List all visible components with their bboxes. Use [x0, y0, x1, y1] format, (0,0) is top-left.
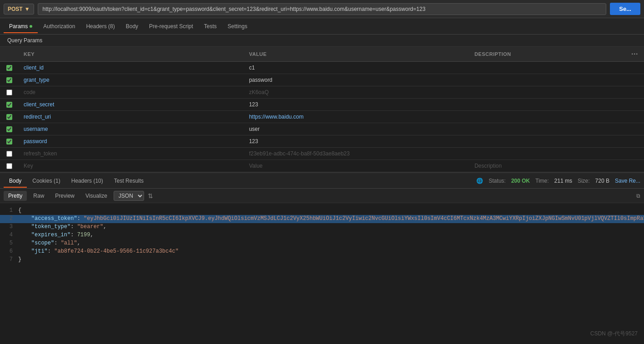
tab-headers[interactable]: Headers (8) [80, 20, 120, 33]
filter-icon[interactable]: ⇅ [148, 192, 153, 199]
save-response-button[interactable]: Save Re... [615, 178, 640, 184]
line-content: "jti": "ab8fe724-0b22-4be5-9566-11c927a3… [18, 248, 644, 254]
col-header-desc: DESCRIPTION [469, 47, 626, 62]
table-row: grant_type password [0, 74, 644, 86]
row-actions [626, 148, 644, 160]
tab-response-body[interactable]: Body [4, 174, 27, 188]
row-checkbox[interactable] [6, 139, 12, 145]
add-param-row[interactable]: Key Value Description [0, 160, 644, 172]
method-select[interactable]: POST ▼ [4, 4, 34, 15]
line-content: { [18, 207, 644, 214]
add-checkbox[interactable] [6, 163, 12, 169]
row-actions [626, 74, 644, 86]
json-format-select[interactable]: JSON XML HTML Text [114, 191, 144, 201]
tab-response-headers[interactable]: Headers (10) [66, 174, 109, 188]
row-key: grant_type [18, 74, 244, 86]
row-description [469, 86, 626, 99]
row-checkbox[interactable] [6, 65, 12, 71]
tab-body[interactable]: Body [120, 20, 144, 33]
tab-test-results[interactable]: Test Results [109, 174, 149, 188]
row-value: https://www.baidu.com [244, 111, 469, 123]
code-line: 4 "expires_in": 7199, [0, 231, 644, 239]
code-line: 2 "access_token": "eyJhbGci0iJIUzI1NiIsI… [0, 215, 644, 223]
row-checkbox[interactable] [6, 90, 12, 95]
url-input[interactable] [38, 3, 607, 15]
row-description [469, 62, 626, 74]
row-checkbox[interactable] [6, 102, 12, 108]
row-key: code [18, 86, 244, 99]
row-description [469, 111, 626, 123]
table-row: refresh_token f23eb91e-adbc-474c-ba8f-50… [0, 148, 644, 160]
copy-icon[interactable]: ⧉ [636, 193, 640, 199]
size-value: 720 B [595, 178, 609, 184]
line-content: "token_type": "bearer", [18, 224, 644, 230]
col-header-key: KEY [18, 47, 244, 62]
tab-prerequest[interactable]: Pre-request Script [144, 20, 199, 33]
table-menu-icon[interactable]: ··· [631, 50, 638, 58]
format-raw[interactable]: Raw [29, 191, 49, 201]
row-description [469, 99, 626, 111]
line-number: 3 [0, 224, 18, 230]
tab-cookies[interactable]: Cookies (1) [27, 174, 65, 188]
add-value-cell[interactable]: Value [244, 160, 469, 172]
status-value: 200 OK [511, 178, 530, 184]
params-table: KEY VALUE DESCRIPTION ··· client_id c1 [0, 47, 644, 172]
status-info: 🌐 Status: 200 OK Time: 211 ms Size: 720 … [476, 178, 640, 184]
format-visualize[interactable]: Visualize [81, 191, 112, 201]
code-line: 1{ [0, 207, 644, 215]
format-preview[interactable]: Preview [50, 191, 79, 201]
globe-icon[interactable]: 🌐 [476, 178, 483, 184]
row-description [469, 74, 626, 86]
row-checkbox-cell [0, 99, 18, 111]
row-actions [626, 99, 644, 111]
query-params-label: Query Params [0, 35, 644, 47]
add-key-cell[interactable]: Key [18, 160, 244, 172]
table-row: username user [0, 123, 644, 135]
row-checkbox[interactable] [6, 114, 12, 120]
row-checkbox[interactable] [6, 126, 12, 132]
top-tabs: Params Authorization Headers (8) Body Pr… [0, 18, 644, 35]
tab-settings[interactable]: Settings [222, 20, 253, 33]
line-content: "scope": "all", [18, 240, 644, 246]
col-header-actions: ··· [626, 47, 644, 62]
row-value: c1 [244, 62, 469, 74]
row-checkbox-cell [0, 86, 18, 99]
row-checkbox[interactable] [6, 151, 12, 157]
send-button[interactable]: Se... [610, 3, 640, 15]
line-number: 7 [0, 256, 18, 263]
row-value: password [244, 74, 469, 86]
row-value: zK6oaQ [244, 86, 469, 99]
code-line: 6 "jti": "ab8fe724-0b22-4be5-9566-11c927… [0, 248, 644, 256]
table-row: client_id c1 [0, 62, 644, 74]
row-checkbox-cell [0, 111, 18, 123]
col-header-value: VALUE [244, 47, 469, 62]
code-line: 3 "token_type": "bearer", [0, 223, 644, 231]
time-value: 211 ms [554, 178, 572, 184]
format-pretty[interactable]: Pretty [4, 191, 27, 201]
code-line: 5 "scope": "all", [0, 239, 644, 248]
tab-authorization[interactable]: Authorization [38, 20, 80, 33]
line-number: 5 [0, 240, 18, 246]
row-key: password [18, 135, 244, 148]
response-code-area: 1{2 "access_token": "eyJhbGci0iJIUzI1NiI… [0, 203, 644, 268]
add-desc-cell[interactable]: Description [469, 160, 626, 172]
line-number: 1 [0, 207, 18, 214]
tab-params[interactable]: Params [4, 20, 38, 33]
table-row: code zK6oaQ [0, 86, 644, 99]
method-chevron: ▼ [25, 6, 30, 12]
line-number: 2 [0, 215, 18, 222]
line-content: } [18, 256, 644, 263]
row-checkbox[interactable] [6, 77, 12, 83]
url-bar: POST ▼ Se... [0, 0, 644, 18]
line-content: "access_token": "eyJhbGci0iJIUzI1NiIsInR… [18, 215, 644, 222]
params-dot [30, 25, 32, 28]
row-actions [626, 135, 644, 148]
add-actions-cell [626, 160, 644, 172]
tab-tests[interactable]: Tests [199, 20, 222, 33]
row-actions [626, 62, 644, 74]
row-description [469, 123, 626, 135]
row-key: client_secret [18, 99, 244, 111]
row-value: user [244, 123, 469, 135]
table-row: client_secret 123 [0, 99, 644, 111]
method-label: POST [8, 6, 23, 12]
